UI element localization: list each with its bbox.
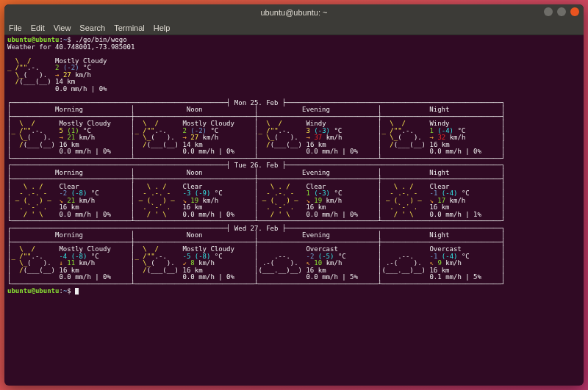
menu-view[interactable]: View bbox=[54, 24, 71, 32]
menu-terminal[interactable]: Terminal bbox=[114, 24, 145, 32]
minimize-button[interactable] bbox=[544, 7, 553, 16]
cursor bbox=[75, 288, 79, 295]
close-button[interactable] bbox=[570, 7, 579, 16]
terminal-window: ubuntu@ubuntu: ~ File Edit View Search T… bbox=[4, 4, 584, 386]
window-controls bbox=[544, 7, 579, 16]
menu-file[interactable]: File bbox=[9, 24, 22, 32]
window-title: ubuntu@ubuntu: ~ bbox=[261, 8, 328, 17]
menu-search[interactable]: Search bbox=[79, 24, 105, 32]
terminal-output[interactable]: ubuntu@ubuntu:~$ ./go/bin/wego Weather f… bbox=[4, 35, 584, 386]
menu-help[interactable]: Help bbox=[154, 24, 171, 32]
window-titlebar[interactable]: ubuntu@ubuntu: ~ bbox=[4, 4, 584, 21]
maximize-button[interactable] bbox=[557, 7, 566, 16]
menu-bar: File Edit View Search Terminal Help bbox=[4, 21, 584, 35]
menu-edit[interactable]: Edit bbox=[31, 24, 45, 32]
